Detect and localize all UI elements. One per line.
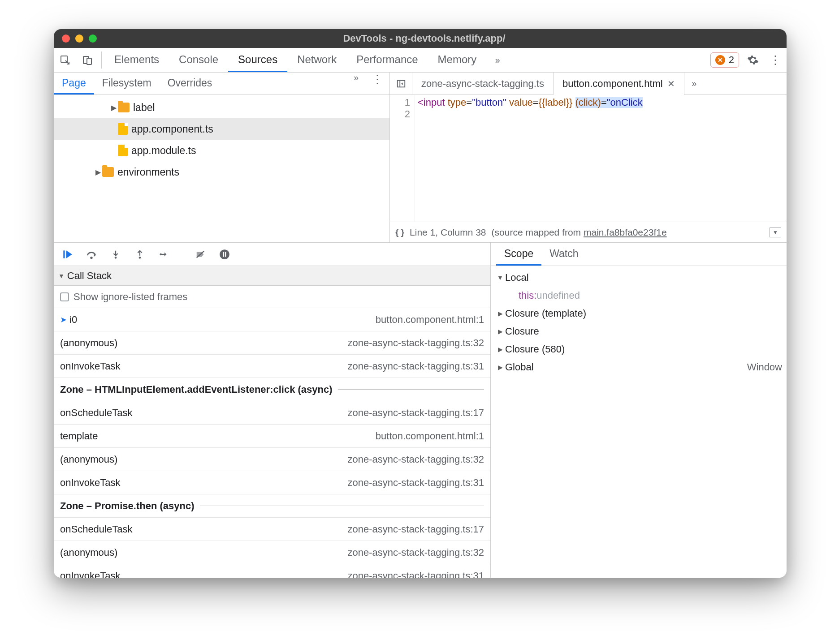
step-over-icon[interactable] [84, 247, 99, 262]
window-title: DevTools - ng-devtools.netlify.app/ [97, 33, 752, 44]
toggle-navigator-icon[interactable] [390, 73, 412, 94]
navigator-tab-overrides[interactable]: Overrides [160, 73, 221, 94]
editor-pane: zone-async-stack-tagging.tsbutton.compon… [390, 73, 787, 242]
main-tabs: ElementsConsoleSourcesNetworkPerformance… [104, 48, 486, 72]
disclosure-icon: ▶ [495, 310, 505, 317]
scope-label: Global [505, 361, 534, 373]
frame-name: onInvokeTask [60, 477, 121, 489]
show-ignore-listed-row[interactable]: Show ignore-listed frames [54, 286, 490, 308]
scope-item[interactable]: ▶GlobalWindow [495, 358, 782, 376]
step-out-icon[interactable] [133, 247, 147, 262]
svg-point-8 [139, 257, 141, 259]
stack-frame[interactable]: onInvokeTaskzone-async-stack-tagging.ts:… [54, 564, 490, 578]
file-app-module-ts[interactable]: app.module.ts [54, 140, 389, 161]
more-editor-tabs-icon[interactable]: » [684, 73, 704, 94]
folder-icon [118, 103, 130, 112]
editor-tab[interactable]: button.component.html✕ [554, 73, 684, 94]
more-tabs-icon[interactable]: » [486, 48, 509, 72]
stack-frame[interactable]: (anonymous)zone-async-stack-tagging.ts:3… [54, 541, 490, 564]
disclosure-icon: ▶ [110, 103, 118, 112]
scope-tab-watch[interactable]: Watch [541, 243, 586, 266]
file-app-component-ts[interactable]: app.component.ts [54, 118, 389, 140]
frame-location: zone-async-stack-tagging.ts:17 [348, 524, 484, 535]
checkbox[interactable] [60, 292, 69, 301]
stack-frame[interactable]: ➤i0button.component.html:1 [54, 308, 490, 331]
scope-label: Closure (template) [505, 308, 586, 319]
svg-rect-2 [87, 58, 91, 64]
tree-label: label [133, 102, 155, 114]
pause-exceptions-icon[interactable] [217, 247, 232, 262]
main-tab-memory[interactable]: Memory [428, 48, 487, 72]
scope-tabs: ScopeWatch [491, 243, 787, 266]
main-toolbar: ElementsConsoleSourcesNetworkPerformance… [54, 48, 787, 73]
frame-name: onScheduleTask [60, 524, 132, 535]
main-tab-console[interactable]: Console [169, 48, 228, 72]
stack-frame[interactable]: onScheduleTaskzone-async-stack-tagging.t… [54, 518, 490, 541]
async-separator: Zone – Promise.then (async) [54, 494, 490, 518]
debugger-pane: ▼ Call Stack Show ignore-listed frames ➤… [54, 243, 491, 578]
upper-split: PageFilesystemOverrides » ⋮ ▶labelapp.co… [54, 73, 787, 243]
pretty-print-icon[interactable]: { } [395, 228, 404, 237]
kebab-menu-icon[interactable]: ⋮ [764, 48, 787, 72]
step-icon[interactable] [157, 247, 171, 262]
line-gutter: 1 2 [390, 95, 415, 222]
scope-item[interactable]: ▶Closure (580) [495, 340, 782, 358]
error-badge[interactable]: ✕ 2 [710, 52, 739, 68]
frame-location: zone-async-stack-tagging.ts:32 [348, 454, 484, 465]
async-separator: Zone – HTMLInputElement.addEventListener… [54, 378, 490, 401]
inspect-icon[interactable] [54, 48, 76, 72]
scope-item[interactable]: this: undefined [495, 287, 782, 305]
close-window-button[interactable] [62, 34, 70, 43]
settings-icon[interactable] [742, 48, 764, 72]
navigator-tab-filesystem[interactable]: Filesystem [94, 73, 160, 94]
editor-tab[interactable]: zone-async-stack-tagging.ts [412, 73, 554, 94]
folder-environments[interactable]: ▶environments [54, 161, 389, 183]
file-icon [118, 145, 128, 156]
scope-item[interactable]: ▼Local [495, 269, 782, 287]
stack-frame[interactable]: templatebutton.component.html:1 [54, 425, 490, 448]
svg-rect-13 [225, 252, 226, 257]
main-tab-elements[interactable]: Elements [104, 48, 169, 72]
main-tab-network[interactable]: Network [287, 48, 346, 72]
deactivate-breakpoints-icon[interactable] [193, 247, 208, 262]
minimize-window-button[interactable] [75, 34, 83, 43]
frame-location: button.component.html:1 [376, 430, 484, 442]
stack-frame[interactable]: onInvokeTaskzone-async-stack-tagging.ts:… [54, 471, 490, 494]
file-tree[interactable]: ▶labelapp.component.tsapp.module.ts▶envi… [54, 95, 389, 242]
device-toolbar-icon[interactable] [76, 48, 99, 72]
svg-point-9 [160, 253, 162, 255]
navigator-more-icon[interactable]: » [354, 73, 372, 94]
frame-name: i0 [69, 314, 77, 326]
close-tab-icon[interactable]: ✕ [667, 78, 675, 89]
maximize-window-button[interactable] [89, 34, 97, 43]
main-tab-sources[interactable]: Sources [228, 48, 287, 72]
scope-item[interactable]: ▶Closure [495, 322, 782, 340]
navigator-tabs: PageFilesystemOverrides » ⋮ [54, 73, 389, 95]
frame-location: zone-async-stack-tagging.ts:17 [348, 407, 484, 419]
navigator-menu-icon[interactable]: ⋮ [372, 73, 389, 94]
stack-frame[interactable]: (anonymous)zone-async-stack-tagging.ts:3… [54, 331, 490, 355]
frame-location: button.component.html:1 [376, 314, 484, 326]
step-into-icon[interactable] [108, 247, 123, 262]
coverage-toggle-icon[interactable]: ▼ [770, 228, 781, 237]
navigator-pane: PageFilesystemOverrides » ⋮ ▶labelapp.co… [54, 73, 390, 242]
scope-tree[interactable]: ▼Localthis: undefined▶Closure (template)… [491, 266, 787, 578]
disclosure-icon: ▶ [94, 168, 102, 176]
scope-label: Closure (580) [505, 343, 565, 355]
disclosure-icon: ▶ [495, 328, 505, 335]
frame-name: onInvokeTask [60, 570, 121, 578]
scope-item[interactable]: ▶Closure (template) [495, 305, 782, 322]
stack-frame[interactable]: (anonymous)zone-async-stack-tagging.ts:3… [54, 448, 490, 471]
source-map-link[interactable]: main.fa8bfa0e23f1e [584, 227, 667, 237]
code-editor[interactable]: 1 2 <input type="button" value={{label}}… [390, 95, 787, 222]
navigator-tab-page[interactable]: Page [54, 73, 94, 94]
traffic-lights [62, 34, 97, 43]
frame-name: onInvokeTask [60, 361, 121, 372]
folder-label[interactable]: ▶label [54, 97, 389, 118]
main-tab-performance[interactable]: Performance [346, 48, 428, 72]
scope-tab-scope[interactable]: Scope [496, 243, 541, 266]
stack-frame[interactable]: onInvokeTaskzone-async-stack-tagging.ts:… [54, 355, 490, 378]
call-stack-header[interactable]: ▼ Call Stack [54, 266, 490, 286]
resume-icon[interactable] [60, 247, 74, 262]
stack-frame[interactable]: onScheduleTaskzone-async-stack-tagging.t… [54, 401, 490, 425]
